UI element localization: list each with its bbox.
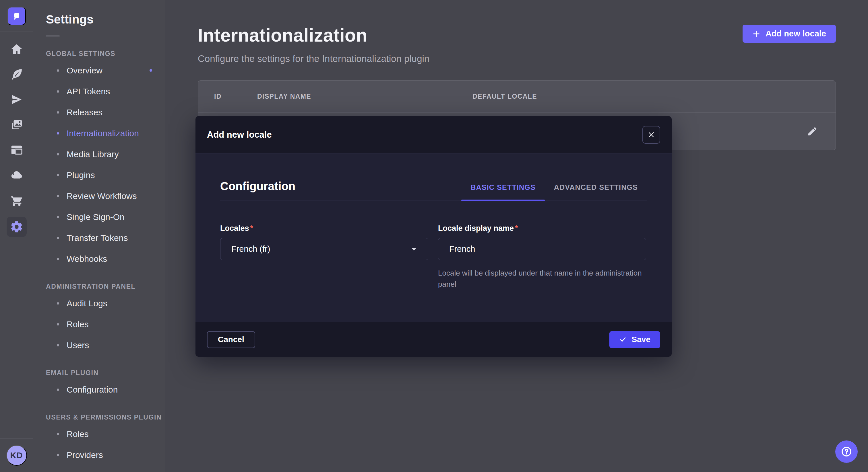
sidebar-item-webhooks[interactable]: Webhooks [46, 248, 165, 269]
bullet-icon [57, 323, 59, 326]
rail-divider [0, 32, 33, 32]
save-button[interactable]: Save [609, 331, 660, 348]
display-name-input-wrap [438, 238, 646, 260]
sidebar-item-label: Roles [67, 429, 89, 439]
sidebar-item-label: Single Sign-On [67, 212, 125, 222]
sidebar-title: Settings [46, 12, 165, 26]
tab-basic-settings[interactable]: BASIC SETTINGS [461, 183, 545, 200]
rail-nav [0, 36, 33, 241]
sidebar-item-label: Providers [67, 450, 103, 460]
paper-plane-icon[interactable] [0, 87, 33, 112]
sidebar-item-releases[interactable]: Releases [46, 102, 165, 123]
sidebar-item-review-workflows[interactable]: Review Workflows [46, 186, 165, 206]
sidebar-item-single-sign-on[interactable]: Single Sign-On [46, 206, 165, 227]
sidebar-section: GLOBAL SETTINGSOverviewAPI TokensRelease… [46, 47, 165, 269]
sidebar-sections: GLOBAL SETTINGSOverviewAPI TokensRelease… [46, 47, 165, 465]
question-circle-icon [841, 446, 852, 458]
required-asterisk: * [515, 224, 518, 233]
home-icon[interactable] [0, 36, 33, 62]
rail-bottom: KD [0, 438, 33, 472]
icon-rail: KD [0, 0, 33, 472]
bullet-icon [57, 454, 59, 456]
sidebar-item-roles[interactable]: Roles [46, 424, 165, 444]
bullet-icon [57, 90, 59, 93]
sidebar-item-roles[interactable]: Roles [46, 314, 165, 335]
page-title: Internationalization [198, 25, 836, 46]
sidebar-item-label: Review Workflows [67, 191, 137, 201]
bullet-icon [57, 132, 59, 134]
sidebar-item-internationalization[interactable]: Internationalization [46, 123, 165, 144]
sidebar-item-overview[interactable]: Overview [46, 60, 165, 81]
sidebar-item-providers[interactable]: Providers [46, 444, 165, 465]
tab-advanced-settings[interactable]: ADVANCED SETTINGS [545, 183, 647, 200]
column-header-default-locale: DEFAULT LOCALE [472, 93, 819, 100]
rail-bottom-divider [0, 438, 33, 439]
sidebar-item-api-tokens[interactable]: API Tokens [46, 81, 165, 102]
bullet-icon [57, 389, 59, 391]
bullet-icon [57, 216, 59, 218]
bullet-icon [57, 195, 59, 197]
edit-row-button[interactable] [807, 126, 818, 137]
modal-header: Add new locale [195, 116, 672, 154]
sidebar-item-media-library[interactable]: Media Library [46, 144, 165, 165]
modal-body: Configuration BASIC SETTINGS ADVANCED SE… [195, 154, 672, 322]
locales-select[interactable]: French (fr) [220, 238, 428, 260]
save-button-label: Save [632, 335, 650, 344]
display-name-input[interactable] [449, 244, 635, 254]
sidebar-item-users[interactable]: Users [46, 335, 165, 356]
sidebar-item-configuration[interactable]: Configuration [46, 379, 165, 400]
sidebar-item-plugins[interactable]: Plugins [46, 165, 165, 186]
feather-icon[interactable] [0, 62, 33, 87]
close-modal-button[interactable] [642, 126, 660, 144]
sidebar-item-label: Audit Logs [67, 299, 107, 308]
cloud-icon[interactable] [0, 163, 33, 188]
bullet-icon [57, 433, 59, 435]
cancel-button[interactable]: Cancel [207, 331, 255, 348]
locales-label-text: Locales [220, 224, 249, 233]
bullet-icon [57, 302, 59, 305]
column-header-id: ID [214, 93, 257, 100]
sidebar-section: USERS & PERMISSIONS PLUGINRolesProviders [46, 411, 165, 465]
close-icon [648, 131, 655, 138]
sidebar-item-label: Transfer Tokens [67, 233, 128, 243]
notification-dot [150, 69, 152, 72]
layout-icon[interactable] [0, 137, 33, 163]
cart-icon[interactable] [0, 188, 33, 213]
display-name-hint: Locale will be displayed under that name… [438, 268, 646, 290]
check-icon [619, 336, 627, 343]
add-locale-modal: Add new locale Configuration BASIC SETTI… [195, 116, 672, 357]
add-new-locale-button[interactable]: Add new locale [743, 25, 836, 43]
configuration-title: Configuration [220, 180, 296, 200]
bullet-icon [57, 69, 59, 72]
bullet-icon [57, 344, 59, 346]
display-name-field: Locale display name* Locale will be disp… [438, 224, 646, 290]
plus-icon [752, 30, 761, 38]
bullet-icon [57, 111, 59, 113]
page-header: Internationalization Configure the setti… [165, 0, 868, 64]
sidebar-section-label: USERS & PERMISSIONS PLUGIN [46, 411, 165, 424]
locales-select-value: French (fr) [231, 244, 270, 254]
avatar[interactable]: KD [6, 445, 27, 466]
gear-icon[interactable] [0, 213, 33, 241]
sidebar-section-label: ADMINISTRATION PANEL [46, 280, 165, 293]
configuration-bar: Configuration BASIC SETTINGS ADVANCED SE… [220, 180, 647, 200]
settings-sidebar: Settings GLOBAL SETTINGSOverviewAPI Toke… [33, 0, 165, 472]
sidebar-item-label: Overview [67, 66, 102, 75]
page-subtitle: Configure the settings for the Internati… [198, 53, 836, 64]
sidebar-item-transfer-tokens[interactable]: Transfer Tokens [46, 227, 165, 248]
gear-active-background [7, 217, 27, 237]
sidebar-item-audit-logs[interactable]: Audit Logs [46, 293, 165, 314]
strapi-logo-icon[interactable] [7, 7, 26, 25]
modal-fields: Locales* French (fr) Locale display name… [220, 224, 647, 290]
sidebar-section-label: GLOBAL SETTINGS [46, 47, 165, 60]
chevron-down-icon [411, 247, 417, 251]
sidebar-item-label: Releases [67, 107, 102, 117]
app-root: KD Settings GLOBAL SETTINGSOverviewAPI T… [0, 0, 868, 472]
sidebar-item-label: Media Library [67, 149, 119, 159]
media-images-icon[interactable] [0, 112, 33, 137]
settings-tabs: BASIC SETTINGS ADVANCED SETTINGS [461, 183, 647, 200]
help-button[interactable] [835, 440, 858, 463]
sidebar-item-label: Configuration [67, 385, 118, 395]
sidebar-item-label: Webhooks [67, 254, 107, 264]
sidebar-item-label: Internationalization [67, 129, 139, 138]
